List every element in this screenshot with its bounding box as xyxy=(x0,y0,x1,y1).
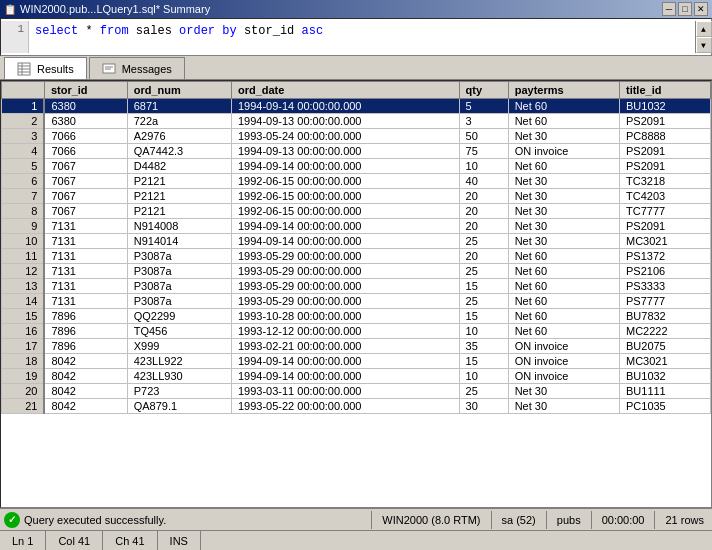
status-server: WIN2000 (8.0 RTM) xyxy=(378,514,484,526)
cell-ord_num: P3087a xyxy=(127,264,231,279)
cell-stor_id: 7067 xyxy=(44,159,127,174)
row-num-cell: 1 xyxy=(2,99,45,114)
status-bar: ✓ Query executed successfully. WIN2000 (… xyxy=(0,508,712,530)
cell-stor_id: 7896 xyxy=(44,339,127,354)
table-row[interactable]: 218042QA879.11993-05-22 00:00:00.00030Ne… xyxy=(2,399,711,414)
table-row[interactable]: 117131P3087a1993-05-29 00:00:00.00020Net… xyxy=(2,249,711,264)
cell-ord_date: 1993-05-29 00:00:00.000 xyxy=(231,279,459,294)
cell-qty: 3 xyxy=(459,114,508,129)
scroll-down-button[interactable]: ▼ xyxy=(696,37,712,53)
row-num-cell: 5 xyxy=(2,159,45,174)
table-row[interactable]: 1638068711994-09-14 00:00:00.0005Net 60B… xyxy=(2,99,711,114)
cell-stor_id: 8042 xyxy=(44,384,127,399)
table-row[interactable]: 177896X9991993-02-21 00:00:00.00035ON in… xyxy=(2,339,711,354)
cell-ord_date: 1993-05-29 00:00:00.000 xyxy=(231,249,459,264)
cell-payterms: Net 30 xyxy=(508,384,619,399)
table-row[interactable]: 167896TQ4561993-12-12 00:00:00.00010Net … xyxy=(2,324,711,339)
cell-qty: 10 xyxy=(459,369,508,384)
cell-payterms: Net 60 xyxy=(508,249,619,264)
cell-stor_id: 7896 xyxy=(44,309,127,324)
cell-payterms: Net 30 xyxy=(508,189,619,204)
cell-stor_id: 7066 xyxy=(44,144,127,159)
row-num-cell: 14 xyxy=(2,294,45,309)
cell-title_id: MC3021 xyxy=(619,234,710,249)
title-bar: 📋 WIN2000.pub...LQuery1.sql* Summary ─ □… xyxy=(0,0,712,18)
cell-qty: 15 xyxy=(459,354,508,369)
cell-ord_date: 1994-09-14 00:00:00.000 xyxy=(231,354,459,369)
cell-ord_num: 423LL930 xyxy=(127,369,231,384)
cell-payterms: Net 30 xyxy=(508,129,619,144)
cell-qty: 10 xyxy=(459,324,508,339)
cell-title_id: MC3021 xyxy=(619,354,710,369)
cell-stor_id: 7067 xyxy=(44,174,127,189)
title-bar-buttons: ─ □ ✕ xyxy=(662,2,708,16)
col-header-rownum xyxy=(2,82,45,99)
col-segment: Col 41 xyxy=(46,531,103,550)
cell-title_id: PS7777 xyxy=(619,294,710,309)
cell-title_id: BU7832 xyxy=(619,309,710,324)
row-num-cell: 6 xyxy=(2,174,45,189)
cell-ord_date: 1993-05-22 00:00:00.000 xyxy=(231,399,459,414)
cell-payterms: Net 60 xyxy=(508,309,619,324)
row-num-cell: 13 xyxy=(2,279,45,294)
cell-qty: 25 xyxy=(459,234,508,249)
cell-qty: 50 xyxy=(459,129,508,144)
table-row[interactable]: 97131N9140081994-09-14 00:00:00.00020Net… xyxy=(2,219,711,234)
table-row[interactable]: 47066QA7442.31994-09-13 00:00:00.00075ON… xyxy=(2,144,711,159)
cell-qty: 15 xyxy=(459,309,508,324)
status-rows: 21 rows xyxy=(661,514,708,526)
window-title: WIN2000.pub...LQuery1.sql* Summary xyxy=(20,3,210,15)
table-row[interactable]: 208042P7231993-03-11 00:00:00.00025Net 3… xyxy=(2,384,711,399)
close-button[interactable]: ✕ xyxy=(694,2,708,16)
cell-ord_date: 1994-09-13 00:00:00.000 xyxy=(231,114,459,129)
sql-text[interactable]: select * from sales order by stor_id asc xyxy=(29,21,695,53)
tab-results[interactable]: Results xyxy=(4,57,87,79)
minimize-button[interactable]: ─ xyxy=(662,2,676,16)
table-row[interactable]: 77067P21211992-06-15 00:00:00.00020Net 3… xyxy=(2,189,711,204)
row-num-cell: 20 xyxy=(2,384,45,399)
table-row[interactable]: 67067P21211992-06-15 00:00:00.00040Net 3… xyxy=(2,174,711,189)
cell-stor_id: 7896 xyxy=(44,324,127,339)
row-num-cell: 11 xyxy=(2,249,45,264)
row-num-cell: 9 xyxy=(2,219,45,234)
cell-title_id: PC1035 xyxy=(619,399,710,414)
table-row[interactable]: 147131P3087a1993-05-29 00:00:00.00025Net… xyxy=(2,294,711,309)
sql-editor[interactable]: 1 select * from sales order by stor_id a… xyxy=(0,18,712,56)
maximize-button[interactable]: □ xyxy=(678,2,692,16)
table-row[interactable]: 87067P21211992-06-15 00:00:00.00020Net 3… xyxy=(2,204,711,219)
cell-ord_num: X999 xyxy=(127,339,231,354)
cell-payterms: Net 60 xyxy=(508,99,619,114)
table-row[interactable]: 188042423LL9221994-09-14 00:00:00.00015O… xyxy=(2,354,711,369)
cell-ord_date: 1993-10-28 00:00:00.000 xyxy=(231,309,459,324)
cell-ord_num: N914014 xyxy=(127,234,231,249)
cell-qty: 20 xyxy=(459,204,508,219)
cell-ord_date: 1993-05-29 00:00:00.000 xyxy=(231,264,459,279)
table-row[interactable]: 157896QQ22991993-10-28 00:00:00.00015Net… xyxy=(2,309,711,324)
cell-ord_num: P723 xyxy=(127,384,231,399)
status-divider5 xyxy=(654,511,655,529)
cell-ord_num: 423LL922 xyxy=(127,354,231,369)
success-icon: ✓ xyxy=(4,512,20,528)
table-row[interactable]: 57067D44821994-09-14 00:00:00.00010Net 6… xyxy=(2,159,711,174)
cell-ord_date: 1993-05-24 00:00:00.000 xyxy=(231,129,459,144)
ln-segment: Ln 1 xyxy=(0,531,46,550)
cell-ord_num: TQ456 xyxy=(127,324,231,339)
row-num-cell: 2 xyxy=(2,114,45,129)
table-row[interactable]: 26380722a1994-09-13 00:00:00.0003Net 60P… xyxy=(2,114,711,129)
results-container[interactable]: stor_id ord_num ord_date qty payterms ti… xyxy=(0,80,712,508)
cell-ord_num: P2121 xyxy=(127,204,231,219)
table-row[interactable]: 127131P3087a1993-05-29 00:00:00.00025Net… xyxy=(2,264,711,279)
table-row[interactable]: 198042423LL9301994-09-14 00:00:00.00010O… xyxy=(2,369,711,384)
sql-scrollbar[interactable]: ▲ ▼ xyxy=(695,21,711,53)
ln-value: Ln 1 xyxy=(12,535,33,547)
table-row[interactable]: 137131P3087a1993-05-29 00:00:00.00015Net… xyxy=(2,279,711,294)
cell-ord_date: 1993-05-29 00:00:00.000 xyxy=(231,294,459,309)
table-row[interactable]: 107131N9140141994-09-14 00:00:00.00025Ne… xyxy=(2,234,711,249)
cell-ord_date: 1994-09-13 00:00:00.000 xyxy=(231,144,459,159)
table-row[interactable]: 37066A29761993-05-24 00:00:00.00050Net 3… xyxy=(2,129,711,144)
tab-messages[interactable]: Messages xyxy=(89,57,185,79)
cell-payterms: Net 30 xyxy=(508,174,619,189)
cell-ord_num: QA879.1 xyxy=(127,399,231,414)
scroll-up-button[interactable]: ▲ xyxy=(696,21,712,37)
cell-title_id: PS3333 xyxy=(619,279,710,294)
